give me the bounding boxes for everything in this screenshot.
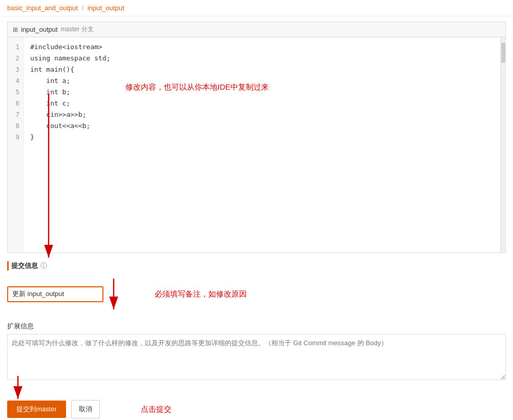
commit-label-row: 提交信息 ⓘ [7, 261, 506, 270]
line-number: 4 [8, 75, 24, 87]
breadcrumb-separator: / [82, 4, 84, 12]
code-line: cout<<a<<b; [30, 120, 500, 132]
line-number: 6 [8, 98, 24, 109]
commit-info-label: 提交信息 [7, 261, 38, 270]
breadcrumb: basic_input_and_output / input_output [0, 0, 513, 16]
line-number: 1 [8, 41, 24, 53]
expand-info-textarea[interactable] [7, 334, 506, 380]
expand-info-label: 扩展信息 [7, 322, 506, 331]
code-line: cin>>a>>b; [30, 109, 500, 120]
line-numbers: 123456789 [8, 37, 24, 253]
commit-input-row: 必须填写备注，如修改原因 [7, 274, 506, 314]
code-line: int c; [30, 98, 500, 109]
code-line: #include<iostream> [30, 41, 500, 53]
annotation-submit-text: 点击提交 [141, 405, 172, 414]
code-editor[interactable]: 123456789 #include<iostream>using namesp… [8, 37, 505, 253]
submit-button[interactable]: 提交到master [7, 401, 66, 418]
expand-section: 扩展信息 [7, 322, 506, 382]
scrollbar[interactable] [500, 37, 505, 253]
code-line: int main(){ [30, 64, 500, 75]
line-number: 8 [8, 120, 24, 132]
code-line: int a; [30, 75, 500, 87]
breadcrumb-link-part1[interactable]: basic_input_and_output [7, 4, 78, 12]
commit-message-input[interactable] [8, 287, 102, 301]
annotation-must-text: 必须填写备注，如修改原因 [155, 289, 247, 299]
line-number: 5 [8, 87, 24, 98]
code-content[interactable]: #include<iostream>using namespace std;in… [24, 37, 500, 253]
code-line: } [30, 132, 500, 143]
cancel-button[interactable]: 取消 [71, 400, 100, 418]
file-icon: ⊞ [13, 26, 18, 33]
commit-section: 提交信息 ⓘ 必须填写备注，如修改原因 [7, 261, 506, 314]
code-line: int b; [30, 87, 500, 98]
code-header: ⊞ input_output master 分支 [8, 22, 505, 37]
code-annotation-wrapper: 123456789 #include<iostream>using namesp… [8, 37, 505, 253]
code-editor-section: ⊞ input_output master 分支 123456789 #incl… [7, 22, 506, 253]
code-branch-label: master 分支 [61, 25, 94, 34]
line-number: 3 [8, 64, 24, 75]
scrollbar-thumb [501, 43, 505, 63]
action-row: 提交到master 取消 点击提交 [7, 394, 172, 420]
code-filename: input_output [21, 26, 58, 33]
commit-input-wrapper [7, 286, 103, 302]
action-row-wrapper: 提交到master 取消 点击提交 [7, 389, 506, 420]
breadcrumb-link-part2[interactable]: input_output [88, 4, 124, 12]
line-number: 7 [8, 109, 24, 120]
line-number: 2 [8, 53, 24, 64]
arrow-commit-icon [109, 279, 139, 320]
commit-help-icon[interactable]: ⓘ [40, 261, 47, 270]
code-line: using namespace std; [30, 53, 500, 64]
line-number: 9 [8, 132, 24, 143]
